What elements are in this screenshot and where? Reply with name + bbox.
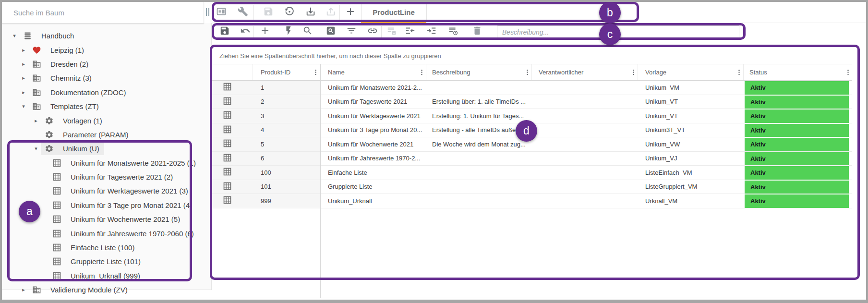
- table-icon[interactable]: [223, 139, 232, 149]
- toolbar-separator: [253, 26, 254, 38]
- column-header-produkt-id[interactable]: Produkt-ID: [253, 64, 320, 80]
- column-header-name[interactable]: Name: [320, 64, 426, 80]
- toolbar-separator: [381, 26, 382, 38]
- chevron-right-icon[interactable]: ▸: [19, 61, 28, 67]
- table-row[interactable]: 999 Unikum_Urknall Urknall_VM Aktiv: [212, 194, 852, 208]
- tree-item-parameter[interactable]: Parameter (PARAM): [2, 128, 211, 142]
- tree-item-gruppierte-liste[interactable]: Gruppierte Liste (101): [2, 255, 211, 268]
- download-icon[interactable]: [305, 6, 316, 17]
- column-menu-icon[interactable]: [523, 69, 531, 76]
- chevron-right-icon[interactable]: ▸: [31, 118, 41, 124]
- column-menu-icon[interactable]: [311, 69, 320, 76]
- navigation-tree: ▾ Handbuch ▸ Leipzig (1) ▸ Dresden (2) ▸…: [2, 29, 211, 297]
- search-in-grid-icon[interactable]: [325, 25, 337, 36]
- chevron-down-icon[interactable]: ▾: [31, 145, 41, 152]
- table-icon[interactable]: [223, 125, 232, 135]
- tree-item-monatswerte[interactable]: Unikum für Monatswerte 2021-2025 (1): [2, 156, 211, 170]
- grid-header-row: Produkt-ID Name Beschreibung Verantwortl…: [212, 64, 852, 81]
- save-icon[interactable]: [263, 6, 274, 17]
- tree-item-handbuch[interactable]: ▾ Handbuch: [2, 29, 211, 43]
- expand-right-icon[interactable]: [426, 25, 437, 36]
- active-tab-underline: [361, 22, 426, 23]
- history-restore-icon[interactable]: [284, 6, 295, 17]
- column-menu-icon[interactable]: [735, 69, 743, 76]
- status-badge: Aktiv: [745, 152, 849, 166]
- column-menu-icon[interactable]: [417, 69, 426, 76]
- table-row[interactable]: 101 Gruppierte Liste ListeGruppiert_VM A…: [212, 180, 852, 194]
- column-header-status[interactable]: Status: [744, 64, 852, 80]
- table-row[interactable]: 6 Unikum für Jahreswerte 1970-2... Uniku…: [212, 152, 852, 166]
- tree-item-einfache-liste[interactable]: Einfache Liste (100): [2, 241, 211, 255]
- column-header-verantwortlicher[interactable]: Verantwortlicher: [532, 64, 638, 80]
- chevron-down-icon[interactable]: ▾: [10, 33, 19, 39]
- chevron-down-icon[interactable]: ▾: [19, 103, 28, 109]
- save-layout-icon[interactable]: [386, 25, 398, 36]
- filter-icon[interactable]: [346, 25, 357, 36]
- collapse-left-icon[interactable]: [404, 25, 416, 36]
- master-detail-icon[interactable]: [216, 6, 227, 17]
- tab-border: [426, 3, 427, 22]
- table-icon[interactable]: [223, 182, 232, 192]
- status-badge: Aktiv: [745, 81, 849, 95]
- lightning-icon[interactable]: [283, 25, 294, 36]
- link-icon[interactable]: [367, 25, 378, 36]
- heart-icon: [30, 46, 43, 55]
- add-tab-icon[interactable]: [345, 6, 356, 17]
- tab-productline[interactable]: ProductLine: [361, 2, 426, 23]
- annotation-label-c: c: [599, 24, 621, 45]
- tree-item-tageswerte[interactable]: Unikum für Tageswerte 2021 (2): [2, 170, 211, 184]
- status-badge: Aktiv: [745, 109, 849, 123]
- chevron-right-icon[interactable]: ▸: [19, 47, 28, 53]
- add-row-icon[interactable]: [259, 25, 271, 36]
- tree-item-templates[interactable]: ▾ Templates (ZT): [2, 99, 211, 113]
- chevron-right-icon[interactable]: ▸: [19, 75, 28, 81]
- column-header-beschreibung[interactable]: Beschreibung: [426, 64, 532, 80]
- gear-icon: [43, 116, 55, 125]
- tree-item-werktageswerte[interactable]: Unikum für Werktageswerte 2021 (3): [2, 184, 211, 198]
- chevron-right-icon[interactable]: ▸: [19, 287, 28, 293]
- tree-item-dresden[interactable]: ▸ Dresden (2): [2, 57, 211, 71]
- tree-item-validierung[interactable]: ▸ Validierung Module (ZV): [2, 283, 211, 297]
- table-icon: [50, 158, 63, 168]
- tree-item-vorlagen[interactable]: ▸ Vorlagen (1): [2, 113, 211, 127]
- undo-icon[interactable]: [240, 25, 251, 36]
- table-row[interactable]: 2 Unikum für Tageswerte 2021 Erstellung …: [212, 95, 852, 109]
- table-icon: [50, 271, 63, 280]
- status-badge: Aktiv: [745, 181, 849, 194]
- table-row[interactable]: 100 Einfache Liste ListeEinfach_VM Aktiv: [212, 166, 852, 180]
- search-icon[interactable]: [302, 25, 313, 36]
- tree-item-unikum[interactable]: ▾ Unikum (U): [2, 142, 211, 156]
- tree-item-leipzig[interactable]: ▸ Leipzig (1): [2, 43, 211, 57]
- column-menu-icon[interactable]: [629, 69, 638, 76]
- save-icon[interactable]: [219, 25, 230, 36]
- building-icon: [30, 285, 43, 294]
- chevron-right-icon[interactable]: ▸: [19, 89, 28, 96]
- tree-item-dokumentation[interactable]: ▸ Dokumentation (ZDOC): [2, 85, 211, 99]
- panel-resize-handle[interactable]: [208, 8, 209, 16]
- tree-item-jahreswerte[interactable]: Unikum für Jahreswerte 1970-2060 (6): [2, 226, 211, 240]
- table-icon[interactable]: [223, 153, 232, 164]
- column-header-vorlage[interactable]: Vorlage: [638, 64, 744, 80]
- status-badge: Aktiv: [745, 124, 849, 137]
- delete-icon[interactable]: [471, 25, 483, 36]
- tabstrip-border: [212, 23, 866, 23]
- table-icon[interactable]: [223, 82, 232, 93]
- panel-resize-handle[interactable]: [206, 8, 207, 16]
- tree-item-urknall[interactable]: Unikum_Urknall (999): [2, 269, 211, 283]
- table-icon[interactable]: [223, 97, 232, 107]
- table-icon[interactable]: [223, 195, 232, 206]
- toolbar-separator: [489, 26, 489, 38]
- wrench-icon[interactable]: [237, 6, 249, 17]
- table-icon[interactable]: [223, 110, 232, 121]
- tree-item-chemnitz[interactable]: ▸ Chemnitz (3): [2, 71, 211, 85]
- upload-icon[interactable]: [325, 6, 337, 17]
- table-row[interactable]: 1 Unikum für Monatswerte 2021-2... Uniku…: [212, 81, 852, 95]
- history-list-icon[interactable]: [447, 25, 459, 36]
- building-icon: [30, 60, 43, 69]
- table-row[interactable]: 3 Unikum für Werktageswerte 2021 Erstell…: [212, 109, 852, 123]
- column-menu-icon[interactable]: [844, 69, 852, 76]
- tree-search-input[interactable]: [2, 2, 204, 23]
- annotation-label-d: d: [516, 120, 537, 142]
- gear-icon: [43, 144, 55, 153]
- table-icon[interactable]: [223, 167, 232, 178]
